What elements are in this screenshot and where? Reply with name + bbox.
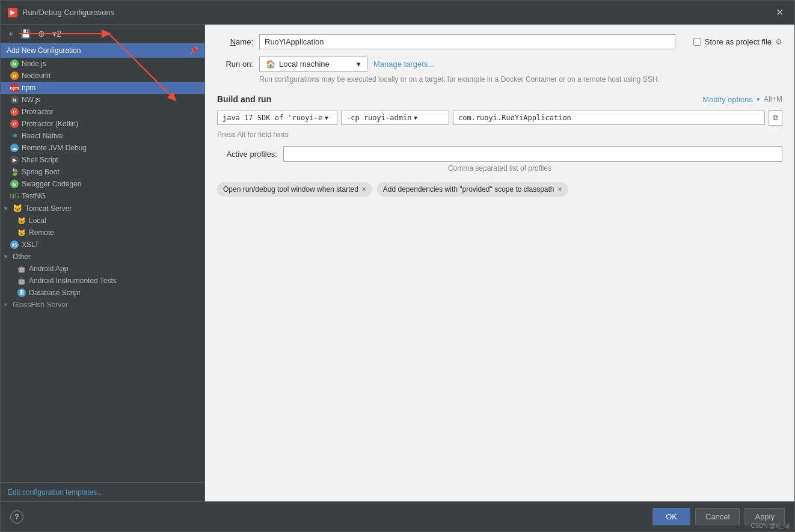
run-debug-dialog: ▶ Run/Debug Configurations ✕ + 💾 ⊕ ▾2 Ad… <box>0 0 795 532</box>
tree-item-android-tests[interactable]: 🤖 Android Instrumented Tests <box>1 275 204 287</box>
shell-script-label: Shell Script <box>22 156 58 164</box>
dialog-title: Run/Debug Configurations <box>22 8 114 17</box>
glassfish-group-label: GlassFish Server <box>13 301 68 309</box>
tomcat-chevron: ▼ <box>3 206 8 212</box>
build-run-header: Build and run Modify options ▾ Alt+M <box>217 94 782 104</box>
left-panel: + 💾 ⊕ ▾2 Add New Configuration 📌 N Node.… <box>1 25 205 501</box>
tags-row: Open run/debug tool window when started … <box>217 182 782 197</box>
xslt-icon: XS <box>10 240 19 249</box>
run-on-label: Run on: <box>217 60 253 69</box>
bottom-bar: ? OK Cancel Apply <box>1 501 794 531</box>
tree-item-protractor-kotlin[interactable]: P Protractor (Kotlin) <box>1 118 204 130</box>
java-dropdown[interactable]: java 17 SDK of 'ruoyi-e ▾ <box>217 111 337 125</box>
run-on-dropdown[interactable]: 🏠 Local machine ▾ <box>259 57 367 72</box>
active-profiles-label: Active profiles: <box>217 150 277 159</box>
active-profiles-input[interactable] <box>283 146 782 162</box>
copy-config-button[interactable]: ⊕ <box>35 27 48 40</box>
add-config-button[interactable]: + <box>5 27 16 40</box>
press-alt-hint: Press Alt for field hints <box>217 130 782 139</box>
tag-add-deps: Add dependencies with "provided" scope t… <box>377 182 568 197</box>
tree-item-android-app[interactable]: 🤖 Android App <box>1 263 204 275</box>
tag-open-debug: Open run/debug tool window when started … <box>217 182 372 197</box>
home-icon: 🏠 <box>266 60 275 69</box>
tree-item-glassfish-group[interactable]: ▼ GlassFish Server <box>1 299 204 311</box>
tomcat-local-label: Local <box>29 216 46 225</box>
tomcat-group-label: Tomcat Server <box>25 204 72 213</box>
profiles-hint: Comma separated list of profiles <box>217 164 782 173</box>
protractor-icon: P <box>10 108 19 116</box>
close-button[interactable]: ✕ <box>772 5 787 19</box>
android-tests-label: Android Instrumented Tests <box>29 277 117 285</box>
right-content: Name: Store as project file ⚙ Run on: 🏠 … <box>205 25 794 501</box>
cp-dropdown-chevron: ▾ <box>414 114 417 122</box>
tree-item-swagger[interactable]: S Swagger Codegen <box>1 178 204 190</box>
name-row: Name: Store as project file ⚙ <box>217 34 782 49</box>
tomcat-remote-icon: 🐱 <box>17 229 26 237</box>
nodejs-icon: N <box>10 60 19 68</box>
run-on-value: Local machine <box>279 60 330 69</box>
tree-item-database-script[interactable]: 🗄 Database Script <box>1 287 204 299</box>
npm-icon: npm <box>10 84 19 92</box>
tree-item-npm[interactable]: npm npm <box>1 82 204 94</box>
name-label: Name: <box>217 37 253 46</box>
tree-item-spring-boot[interactable]: 🍃 Spring Boot <box>1 166 204 178</box>
tree-item-remote-jvm[interactable]: ☁ Remote JVM Debug <box>1 142 204 154</box>
protractor-label: Protractor <box>22 108 54 116</box>
react-native-label: React Native <box>22 132 63 140</box>
tomcat-remote-label: Remote <box>29 228 54 237</box>
tree-item-react-native[interactable]: ⚛ React Native <box>1 130 204 142</box>
manage-targets-link[interactable]: Manage targets... <box>373 60 434 69</box>
spring-boot-label: Spring Boot <box>22 168 60 176</box>
tree-item-tomcat-remote[interactable]: 🐱 Remote <box>1 227 204 239</box>
testng-icon: NG <box>10 192 19 200</box>
react-native-icon: ⚛ <box>10 132 19 140</box>
java-dropdown-value: java 17 SDK of 'ruoyi-e <box>223 114 322 122</box>
title-bar-left: ▶ Run/Debug Configurations <box>8 8 114 17</box>
cp-dropdown-value: -cp ruoyi-admin <box>346 114 411 122</box>
ok-button[interactable]: OK <box>652 508 690 525</box>
tree-item-shell-script[interactable]: ▶ Shell Script <box>1 154 204 166</box>
protractor-kotlin-icon: P <box>10 120 19 128</box>
build-run-title: Build and run <box>217 94 271 104</box>
more-button[interactable]: ▾2 <box>49 27 64 40</box>
tree-item-protractor[interactable]: P Protractor <box>1 106 204 118</box>
remote-jvm-label: Remote JVM Debug <box>22 144 87 152</box>
main-class-input[interactable] <box>453 111 765 125</box>
active-profiles-row: Active profiles: <box>217 146 782 162</box>
testng-label: TestNG <box>22 192 46 200</box>
store-project-checkbox[interactable] <box>693 38 701 46</box>
tree-item-other-group[interactable]: ▼ Other <box>1 251 204 263</box>
run-on-row: Run on: 🏠 Local machine ▾ Manage targets… <box>217 57 782 72</box>
help-button[interactable]: ? <box>10 510 23 524</box>
config-tree: N Node.js N Nodeunit npm npm N NW.js P <box>1 58 204 482</box>
java-dropdown-chevron: ▾ <box>325 114 328 122</box>
save-config-button[interactable]: 💾 <box>17 27 34 40</box>
edit-templates-link[interactable]: Edit configuration templates... <box>8 488 103 497</box>
title-bar: ▶ Run/Debug Configurations ✕ <box>1 1 794 25</box>
store-project-container: Store as project file ⚙ <box>693 37 782 46</box>
copy-main-class-button[interactable]: ⧉ <box>769 110 782 126</box>
tree-item-tomcat-local[interactable]: 🐱 Local <box>1 215 204 227</box>
spring-boot-icon: 🍃 <box>10 168 19 176</box>
gear-icon: ⚙ <box>775 37 782 46</box>
database-script-icon: 🗄 <box>17 289 26 297</box>
cancel-button[interactable]: Cancel <box>695 508 740 525</box>
tag-add-deps-close[interactable]: × <box>558 185 562 194</box>
tree-item-xslt[interactable]: XS XSLT <box>1 239 204 251</box>
tree-item-nwjs[interactable]: N NW.js <box>1 94 204 106</box>
add-new-header: Add New Configuration 📌 <box>1 43 204 58</box>
tree-item-nodeunit[interactable]: N Nodeunit <box>1 70 204 82</box>
nwjs-icon: N <box>10 96 19 104</box>
tag-open-debug-close[interactable]: × <box>362 185 366 194</box>
watermark: CSDN @xj_-xj <box>750 522 790 529</box>
dialog-icon: ▶ <box>8 8 17 17</box>
tree-item-testng[interactable]: NG TestNG <box>1 190 204 202</box>
tree-item-tomcat-group[interactable]: ▼ 🐱 Tomcat Server <box>1 202 204 215</box>
name-input[interactable] <box>259 34 675 49</box>
build-run-row: java 17 SDK of 'ruoyi-e ▾ -cp ruoyi-admi… <box>217 110 782 126</box>
nodeunit-label: Nodeunit <box>22 72 51 80</box>
modify-options-link[interactable]: Modify options <box>702 95 753 104</box>
cp-dropdown[interactable]: -cp ruoyi-admin ▾ <box>341 111 449 125</box>
run-on-hint: Run configurations may be executed local… <box>259 74 782 85</box>
tree-item-nodejs[interactable]: N Node.js <box>1 58 204 70</box>
